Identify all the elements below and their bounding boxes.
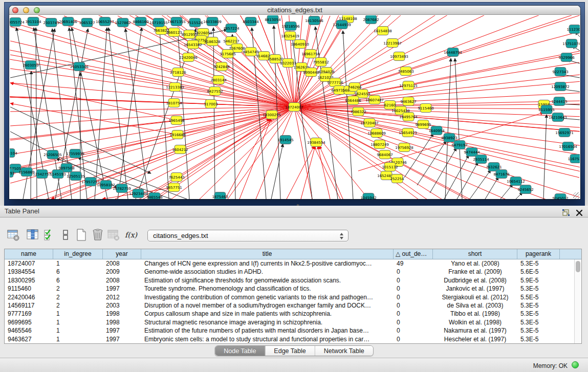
table-body[interactable]: 1872400712008Changes of HCN gene express…	[5, 259, 575, 343]
minimize-window-button[interactable]	[23, 7, 29, 13]
graph-node-label: 1244415	[551, 100, 567, 104]
delete-table-icon[interactable]	[107, 228, 120, 242]
window-resize-grip[interactable]	[573, 192, 580, 199]
column-header-year[interactable]: year	[103, 249, 141, 259]
graph-node-label: 9857751	[166, 186, 182, 190]
graph-node-label: 3175685	[220, 52, 235, 56]
delete-column-icon[interactable]	[91, 228, 104, 242]
network-window-titlebar[interactable]: citations_edges.txt	[9, 6, 580, 15]
table-row[interactable]: 1938455462009Genome-wide association stu…	[5, 268, 575, 276]
graph-node-label: 12213383	[166, 85, 184, 90]
cell-short: Stergiakouli et al. (2012)	[433, 293, 517, 301]
cell-short: Franke et al. (2009)	[433, 268, 517, 276]
graph-node-label: 18720407	[360, 121, 379, 125]
cell-in_degree: 1	[53, 259, 103, 268]
cell-out_degree: 49	[394, 259, 433, 268]
tab-network-table[interactable]: Network Table	[315, 346, 373, 356]
table-row[interactable]: 946362711997Embryonic stem cells: a mode…	[5, 335, 575, 343]
graph-node-label: 7857224	[223, 27, 239, 31]
graph-node-label: 15751074	[562, 42, 580, 46]
graph-node-label: 1640954	[428, 129, 445, 133]
column-header-title[interactable]: title	[141, 249, 394, 259]
cell-in_degree: 1	[53, 310, 103, 318]
graph-edge	[404, 134, 433, 178]
graph-edge	[294, 107, 340, 199]
graph-edge	[256, 107, 294, 199]
graph-node-label: 10655257	[96, 20, 114, 24]
graph-canvas[interactable]: 8660123891295518226058982750881863285462…	[10, 15, 580, 199]
graph-node-label: 2087682	[363, 18, 379, 22]
scrollbar-thumb[interactable]	[576, 261, 580, 272]
cell-out_degree: 0	[394, 326, 433, 335]
graph-edge	[10, 69, 294, 107]
graph-node-label: 746266	[348, 85, 362, 90]
cell-out_degree: 0	[394, 293, 433, 301]
cell-title: Genome-wide association studies in ADHD.	[141, 268, 394, 276]
table-row[interactable]: 1456911722003Disruption of a novel membe…	[5, 301, 575, 310]
cell-title: Estimation of the future numbers of pati…	[141, 326, 394, 335]
function-builder-icon[interactable]: f(x)	[124, 228, 137, 242]
cell-year: 1998	[103, 318, 141, 326]
column-header-short[interactable]: short	[433, 249, 517, 259]
table-panel-title: Table Panel	[5, 207, 39, 215]
graph-node-label: 7986322	[350, 110, 366, 114]
table-row[interactable]: 1830029562008Estimation of significance …	[5, 276, 575, 285]
table-row[interactable]: 946554611997Estimation of the future num…	[5, 326, 575, 335]
graph-node-label: 9684067	[377, 153, 393, 157]
graph-node-label: 1145193	[50, 172, 66, 177]
table-row[interactable]: 977716911998Corpus callosum shape and si…	[5, 310, 575, 318]
cell-short: Hescheler et al. (1997)	[433, 335, 517, 343]
table-row[interactable]: 2242004622012Investigating the contribut…	[5, 293, 575, 301]
column-header-name[interactable]: name	[5, 249, 53, 259]
graph-node-label: 8938923	[441, 136, 457, 140]
network-window[interactable]: citations_edges.txt 86601238912955182260…	[9, 6, 580, 199]
graph-node-label: 2303743	[43, 21, 59, 25]
graph-node-label: 9777716	[327, 81, 343, 85]
graph-node-label: 19218596	[281, 25, 300, 29]
graph-node-label: 16154838	[374, 29, 392, 33]
cell-pagerank: 5.6E-5	[517, 268, 560, 276]
graph-node-label: 12342757	[33, 172, 51, 177]
close-window-button[interactable]	[12, 7, 18, 13]
table-row[interactable]: 1872400712008Changes of HCN gene express…	[5, 259, 575, 268]
cell-pagerank: 5.9E-5	[517, 276, 560, 285]
graph-node-label: 19384554	[307, 141, 325, 145]
cell-name: 9115460	[5, 285, 53, 293]
tab-edge-table[interactable]: Edge Table	[265, 346, 315, 356]
graph-node-label: 8466160	[133, 20, 148, 24]
table-row[interactable]: 911546021997Tourette syndrome. Phenomeno…	[5, 285, 575, 293]
show-column-icon[interactable]	[26, 228, 39, 242]
graph-edge	[95, 28, 107, 199]
column-header-out_degree[interactable]: △ out_de…	[394, 249, 433, 259]
graph-edge	[31, 71, 31, 199]
new-table-icon[interactable]	[75, 228, 88, 242]
graph-node-label: 8427552	[207, 90, 223, 94]
cell-pagerank: 5.3E-5	[517, 326, 560, 335]
graph-node-label: 1916688	[169, 133, 185, 137]
graph-node-label: 1875463	[212, 195, 228, 199]
row-height-icon[interactable]	[59, 228, 72, 242]
svg-text:f(x): f(x)	[125, 231, 138, 239]
graph-edge	[325, 15, 580, 77]
column-header-pagerank[interactable]: pagerank	[517, 249, 560, 259]
cell-year: 2008	[103, 259, 141, 268]
table-row[interactable]: 969969511998Structural magnetic resonanc…	[5, 318, 575, 326]
table-selector-dropdown[interactable]: citations_edges.txt	[147, 230, 349, 242]
graph-node-label: 2718126	[170, 71, 186, 75]
select-columns-icon[interactable]	[43, 228, 56, 242]
tab-node-table[interactable]: Node Table	[215, 346, 265, 356]
graph-node-label: 16543382	[184, 43, 202, 47]
graph-node-label: 2803144	[210, 78, 227, 82]
table-mode-icon[interactable]	[7, 228, 20, 242]
vertical-scrollbar[interactable]	[574, 259, 581, 343]
cell-pagerank: 5.3E-5	[517, 259, 560, 268]
column-header-in_degree[interactable]: in_degree	[53, 249, 103, 259]
zoom-window-button[interactable]	[34, 7, 40, 13]
graph-node-label: 12213987	[383, 41, 402, 46]
graph-node-label: 8990448	[303, 71, 319, 75]
cell-title: Tourette syndrome. Phenomenology and cla…	[141, 285, 394, 293]
graph-node-label: 12923448	[129, 192, 147, 196]
graph-node-label: 7632621	[486, 165, 502, 169]
graph-edge	[318, 146, 330, 199]
graph-node-label: 8503344	[243, 20, 259, 24]
